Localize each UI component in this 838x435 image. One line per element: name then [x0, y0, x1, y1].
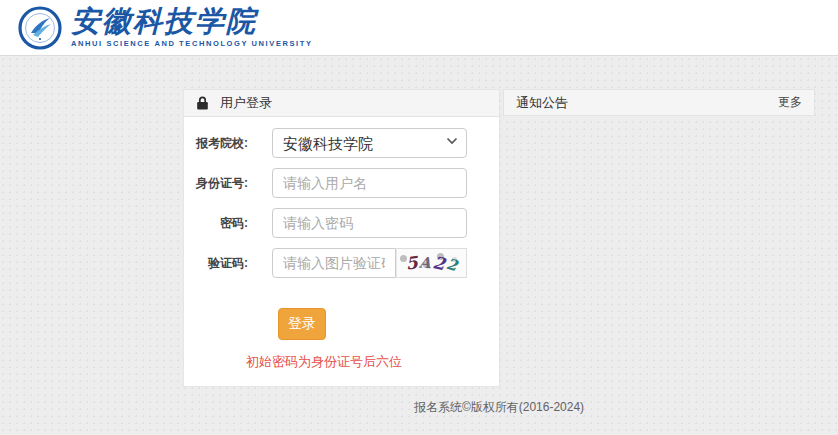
notice-panel-header: 通知公告 更多	[503, 89, 815, 116]
id-row: 身份证号:	[184, 168, 499, 198]
copyright-footer: 报名系统©版权所有(2016-2024)	[183, 399, 815, 416]
university-name-en: ANHUI SCIENCE AND TECHNOLOGY UNIVERSITY	[71, 39, 313, 48]
captcha-label: 验证码:	[184, 255, 248, 272]
school-row: 报考院校: 安徽科技学院	[184, 128, 499, 158]
login-button[interactable]: 登录	[278, 308, 326, 340]
captcha-input[interactable]	[272, 248, 396, 278]
notice-more-link[interactable]: 更多	[778, 94, 802, 111]
password-label: 密码:	[184, 215, 248, 232]
captcha-row: 验证码: 5 A 2 2	[184, 248, 499, 278]
login-form: 报考院校: 安徽科技学院 身份证号:	[184, 117, 499, 386]
password-row: 密码:	[184, 208, 499, 238]
id-input[interactable]	[272, 168, 467, 198]
login-panel-header: 用户登录	[184, 90, 499, 117]
university-logo-icon	[18, 6, 62, 50]
id-label: 身份证号:	[184, 175, 248, 192]
school-select-wrap: 安徽科技学院	[272, 128, 467, 158]
captcha-image[interactable]: 5 A 2 2	[396, 248, 467, 278]
login-panel: 用户登录 报考院校: 安徽科技学院	[183, 89, 500, 387]
notice-panel: 通知公告 更多	[503, 89, 815, 116]
captcha-char: 5	[405, 254, 419, 272]
initial-password-hint: 初始密码为身份证号后六位	[246, 353, 499, 371]
university-name: 安徽科技学院	[71, 7, 313, 36]
captcha-char: 2	[445, 256, 459, 273]
university-logo-text: 安徽科技学院 ANHUI SCIENCE AND TECHNOLOGY UNIV…	[71, 7, 313, 48]
login-panel-title: 用户登录	[220, 94, 272, 112]
site-header: 安徽科技学院 ANHUI SCIENCE AND TECHNOLOGY UNIV…	[0, 0, 838, 56]
captcha-char: A	[419, 255, 432, 271]
lock-icon	[196, 96, 209, 110]
notice-panel-title: 通知公告	[516, 94, 568, 112]
school-select[interactable]: 安徽科技学院	[272, 128, 467, 158]
school-label: 报考院校:	[184, 135, 248, 152]
password-input[interactable]	[272, 208, 467, 238]
main-content: 用户登录 报考院校: 安徽科技学院	[183, 89, 815, 416]
